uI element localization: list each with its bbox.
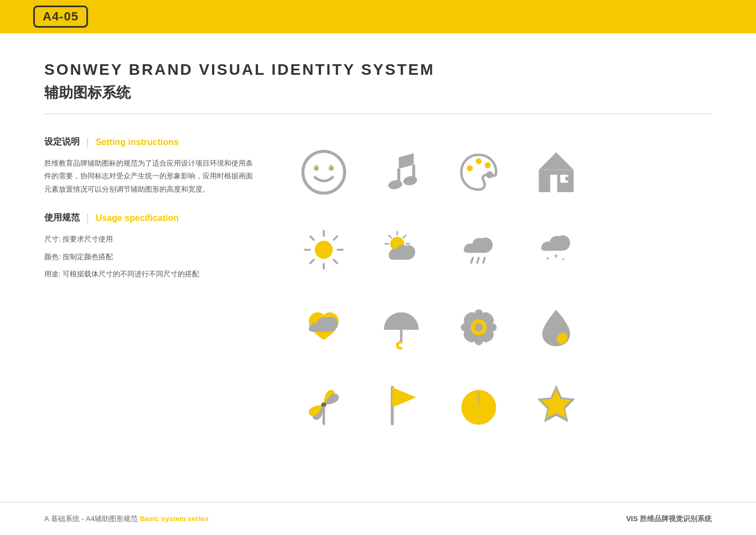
setting-body: 胜维教育品牌辅助图标的规范为了适合应用设计项目环境和使用条件的需要，协同标志对受… bbox=[44, 157, 255, 196]
svg-line-32 bbox=[389, 235, 392, 238]
svg-line-24 bbox=[334, 260, 337, 263]
icon-music bbox=[365, 136, 437, 208]
svg-line-34 bbox=[403, 235, 406, 238]
right-panel: * * * bbox=[288, 136, 712, 441]
icon-ball bbox=[443, 369, 515, 441]
page-badge: A4-05 bbox=[33, 6, 88, 28]
svg-point-18 bbox=[315, 241, 333, 259]
icon-pinwheel bbox=[288, 369, 360, 441]
svg-text:*: * bbox=[562, 257, 565, 264]
svg-point-4 bbox=[330, 165, 333, 168]
svg-point-7 bbox=[387, 179, 403, 190]
footer-series: Basic system series bbox=[140, 515, 209, 523]
svg-point-9 bbox=[467, 165, 473, 171]
svg-point-8 bbox=[402, 175, 418, 186]
main-content: SONWEY BRAND VISUAL IDENTITY SYSTEM 辅助图标… bbox=[0, 33, 756, 502]
icon-sun bbox=[288, 214, 360, 286]
svg-line-37 bbox=[483, 258, 485, 263]
svg-point-12 bbox=[486, 171, 494, 178]
footer-left: A 基础系统 - A4辅助图形规范 Basic system series bbox=[44, 514, 209, 524]
svg-rect-15 bbox=[550, 175, 557, 193]
svg-point-11 bbox=[485, 162, 491, 168]
footer-right: VIS 胜维品牌视觉识别系统 bbox=[626, 514, 712, 524]
top-bar: A4-05 bbox=[0, 0, 756, 33]
usage-en: Usage specification bbox=[96, 213, 179, 223]
icon-waterdrop bbox=[520, 291, 592, 363]
svg-text:*: * bbox=[546, 256, 549, 264]
icon-snow: * * * bbox=[520, 214, 592, 286]
svg-point-17 bbox=[565, 177, 569, 181]
svg-line-35 bbox=[472, 258, 473, 263]
left-panel: 设定说明 | Setting instructions 胜维教育品牌辅助图标的规… bbox=[44, 136, 255, 441]
title-divider bbox=[44, 114, 712, 114]
title-chinese: 辅助图标系统 bbox=[44, 83, 712, 102]
svg-point-0 bbox=[303, 151, 345, 193]
setting-heading: 设定说明 | Setting instructions bbox=[44, 136, 255, 148]
footer-prefix: A 基础系统 - A4辅助图形规范 bbox=[44, 515, 140, 523]
svg-marker-14 bbox=[539, 152, 574, 170]
icon-heart-cloud bbox=[288, 291, 360, 363]
icon-flower bbox=[443, 291, 515, 363]
footer-brand: 胜维品牌视觉识别系统 bbox=[638, 515, 712, 523]
icon-star bbox=[520, 369, 592, 441]
svg-line-23 bbox=[310, 236, 314, 240]
usage-line-1: 尺寸: 按要求尺寸使用 bbox=[44, 233, 255, 245]
setting-cn: 设定说明 bbox=[44, 136, 80, 148]
svg-line-36 bbox=[477, 258, 479, 263]
usage-cn: 使用规范 bbox=[44, 212, 80, 224]
setting-en: Setting instructions bbox=[96, 137, 179, 147]
svg-point-10 bbox=[476, 158, 482, 164]
icon-partly-cloudy bbox=[365, 214, 437, 286]
footer: A 基础系统 - A4辅助图形规范 Basic system series VI… bbox=[0, 502, 756, 535]
svg-text:*: * bbox=[554, 253, 558, 263]
icon-flag bbox=[365, 369, 437, 441]
icon-smiley bbox=[288, 136, 360, 208]
icon-rain bbox=[443, 214, 515, 286]
usage-line-2: 颜色: 按制定颜色搭配 bbox=[44, 250, 255, 263]
icon-palette bbox=[443, 136, 515, 208]
footer-vis: VIS bbox=[626, 515, 638, 523]
svg-marker-56 bbox=[392, 388, 416, 408]
svg-point-51 bbox=[475, 323, 483, 331]
svg-line-26 bbox=[310, 260, 314, 263]
icon-house bbox=[520, 136, 592, 208]
usage-heading: 使用规范 | Usage specification bbox=[44, 212, 255, 224]
svg-line-25 bbox=[334, 236, 337, 240]
icon-grid: * * * bbox=[288, 136, 712, 441]
usage-line-3: 用途: 可根据载体尺寸的不同进行不同尺寸的搭配 bbox=[44, 268, 255, 280]
title-english: SONWEY BRAND VISUAL IDENTITY SYSTEM bbox=[44, 61, 712, 79]
svg-point-3 bbox=[315, 165, 318, 168]
icon-umbrella bbox=[365, 291, 437, 363]
content-area: 设定说明 | Setting instructions 胜维教育品牌辅助图标的规… bbox=[44, 136, 712, 441]
